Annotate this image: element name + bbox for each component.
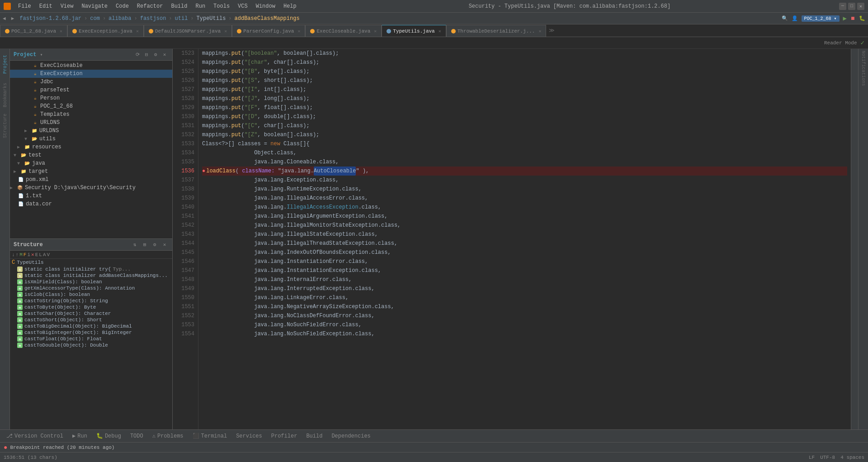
tab-debug[interactable]: 🐛 Debug xyxy=(92,430,126,442)
code-line-1523[interactable]: mappings.put("[boolean", boolean[].class… xyxy=(202,49,847,58)
code-line-1548[interactable]: java.lang.InternalError.class, xyxy=(202,275,847,284)
breadcrumb-method[interactable]: addBaseClassMappings xyxy=(235,15,300,22)
status-lf[interactable]: LF xyxy=(809,455,815,460)
tab-close-poc[interactable]: ✕ xyxy=(60,29,62,34)
code-line-1536[interactable]: ● loadClass( className: "java.lang.AutoC… xyxy=(202,167,847,176)
struct-item-isxml[interactable]: m isXmlField(Class): boolean xyxy=(10,279,172,285)
side-project-icon[interactable]: Project xyxy=(1,51,9,78)
struct-item-getxml[interactable]: m getXmlAccessorType(Class): Annotation xyxy=(10,285,172,291)
status-encoding[interactable]: UTF-8 xyxy=(820,455,835,460)
menu-code[interactable]: Code xyxy=(112,2,132,10)
side-bookmark-icon[interactable]: Bookmarks xyxy=(1,81,9,109)
tree-item-resources[interactable]: ▶ 📁 resources xyxy=(10,143,172,151)
tree-item-test[interactable]: ▼ 📂 test xyxy=(10,151,172,159)
code-line-1540[interactable]: java.lang.IllegalAccessException.class, xyxy=(202,203,847,212)
struct-item-castchar[interactable]: m castToChar(Object): Character xyxy=(10,310,172,317)
code-line-1546[interactable]: java.lang.InstantiationError.class, xyxy=(202,257,847,266)
tab-defaultjson[interactable]: DefaultJSONParser.java ✕ xyxy=(144,25,232,37)
tab-throwable[interactable]: ThrowableDeserializer.j... ✕ xyxy=(446,25,547,37)
code-line-1527[interactable]: mappings.put("[I", int[].class); xyxy=(202,85,847,94)
menu-build[interactable]: Build xyxy=(167,2,191,10)
reader-mode-check[interactable]: ✓ xyxy=(861,39,864,47)
code-line-1542[interactable]: java.lang.IllegalMonitorStateException.c… xyxy=(202,221,847,230)
struct-item-isclob[interactable]: m isClob(Class): boolean xyxy=(10,291,172,298)
close-panel-btn[interactable]: ✕ xyxy=(160,51,169,59)
menu-run[interactable]: Run xyxy=(192,2,209,10)
stop-icon[interactable]: ⏹ xyxy=(850,15,855,21)
struct-item-castbigint[interactable]: m castToBigInteger(Object): BigInteger xyxy=(10,329,172,336)
sync-btn[interactable]: ⟳ xyxy=(133,51,142,59)
tab-terminal[interactable]: ⬛ Terminal xyxy=(188,430,232,442)
tree-item-urldns[interactable]: ☕ URLDNS xyxy=(10,119,172,127)
code-line-1526[interactable]: mappings.put("[S", short[].class); xyxy=(202,76,847,85)
tree-item-person[interactable]: ☕ Person xyxy=(10,94,172,102)
breadcrumb-com[interactable]: com xyxy=(90,15,100,22)
breadcrumb-jar[interactable]: fastjson-1.2.68.jar xyxy=(19,15,81,22)
struct-item-init1[interactable]: s static class initializer try{ Typ... xyxy=(10,266,172,272)
code-line-1529[interactable]: mappings.put("[F", float[].class); xyxy=(202,103,847,112)
project-dropdown[interactable]: ▾ xyxy=(40,52,42,57)
code-line-1537[interactable]: java.lang.Exception.class, xyxy=(202,176,847,185)
run-icon[interactable]: ▶ xyxy=(843,14,847,22)
code-content[interactable]: mappings.put("[boolean", boolean[].class… xyxy=(198,49,851,429)
tab-close-defaultjson[interactable]: ✕ xyxy=(224,29,227,34)
tab-profiler[interactable]: Profiler xyxy=(267,430,302,442)
tab-typeutils[interactable]: TypeUtils.java ✕ xyxy=(382,25,446,37)
struct-icon-v[interactable]: V xyxy=(47,252,50,257)
struct-icon-2[interactable]: ↑ xyxy=(16,252,19,257)
struct-item-castbigdec[interactable]: m castToBigDecimal(Object): BigDecimal xyxy=(10,323,172,329)
tab-execexception[interactable]: ExecException.java ✕ xyxy=(67,25,144,37)
maximize-button[interactable]: □ xyxy=(848,3,855,10)
code-line-1552[interactable]: java.lang.NoClassDefFoundError.class, xyxy=(202,311,847,320)
menu-tools[interactable]: Tools xyxy=(210,2,233,10)
tab-build[interactable]: Build xyxy=(302,430,327,442)
struct-item-init2[interactable]: s static class initializer addBaseClassM… xyxy=(10,272,172,279)
breadcrumb-typeutils[interactable]: TypeUtils xyxy=(197,15,226,22)
code-line-1549[interactable]: java.lang.InterruptedException.class, xyxy=(202,284,847,293)
tree-item-target[interactable]: ▶ 📁 target xyxy=(10,167,172,176)
code-line-1531[interactable]: mappings.put("[C", char[].class); xyxy=(202,121,847,130)
tab-execcloseable[interactable]: ExecCloseable.java ✕ xyxy=(305,25,382,37)
toolbar-search-icon[interactable]: 🔍 xyxy=(782,15,788,21)
struct-icon-a[interactable]: A xyxy=(43,252,46,257)
tab-close-parserconfig[interactable]: ✕ xyxy=(297,29,300,34)
menu-help[interactable]: Help xyxy=(280,2,300,10)
tree-item-urldns-folder[interactable]: ▶ 📁 URLDNS xyxy=(10,127,172,135)
menu-vcs[interactable]: VCS xyxy=(234,2,251,10)
code-line-1544[interactable]: java.lang.IllegalThreadStateException.cl… xyxy=(202,239,847,248)
code-line-1541[interactable]: java.lang.IllegalArgumentException.class… xyxy=(202,212,847,221)
struct-item-castbyte[interactable]: m castToByte(Object): Byte xyxy=(10,304,172,310)
struct-icon-1[interactable]: ↓ xyxy=(12,252,15,257)
nav-back[interactable]: ◀ xyxy=(3,15,6,21)
tree-item-execcloseable[interactable]: ☕ ExecCloseable xyxy=(10,62,172,70)
nav-forward[interactable]: ▶ xyxy=(11,15,14,21)
code-line-1554[interactable]: java.lang.NoSuchFieldException.class, xyxy=(202,329,847,338)
status-indent[interactable]: 4 spaces xyxy=(840,455,864,460)
collapse-btn[interactable]: ⊟ xyxy=(142,51,151,59)
tree-item-security[interactable]: ▶ 📦 Security D:\java\Security\Security xyxy=(10,184,172,192)
breadcrumb-fastjson[interactable]: fastjson xyxy=(140,15,166,22)
tab-version-control[interactable]: ⎇ Version Control xyxy=(2,430,68,442)
menu-refactor[interactable]: Refactor xyxy=(133,2,167,10)
code-line-1550[interactable]: java.lang.LinkageError.class, xyxy=(202,293,847,302)
struct-close-btn[interactable]: ✕ xyxy=(160,241,169,249)
struct-item-castdouble[interactable]: m castToDouble(Object): Double xyxy=(10,342,172,348)
status-position[interactable]: 1536:51 (13 chars) xyxy=(4,455,57,460)
menu-file[interactable]: File xyxy=(14,2,35,10)
code-line-1543[interactable]: java.lang.IllegalStateException.class, xyxy=(202,230,847,239)
tree-item-pom[interactable]: 📄 pom.xml xyxy=(10,176,172,184)
struct-icon-m[interactable]: M xyxy=(19,252,23,257)
struct-expand-btn[interactable]: ⊞ xyxy=(141,241,149,249)
code-line-1538[interactable]: java.lang.RuntimeException.class, xyxy=(202,185,847,194)
tab-todo[interactable]: TODO xyxy=(126,430,148,442)
debug-icon[interactable]: 🐛 xyxy=(859,15,865,21)
code-line-1547[interactable]: java.lang.InstantiationException.class, xyxy=(202,266,847,275)
tree-item-parsetest[interactable]: ☕ parseTest xyxy=(10,86,172,94)
branch-indicator[interactable]: POC_1_2_68 ▾ xyxy=(802,15,840,22)
struct-settings-btn[interactable]: ⚙ xyxy=(151,241,159,249)
code-line-1532[interactable]: mappings.put("[Z", boolean[].class); xyxy=(202,130,847,139)
struct-icon-l[interactable]: L xyxy=(39,252,42,257)
code-line-1530[interactable]: mappings.put("[D", double[].class); xyxy=(202,112,847,121)
code-line-1545[interactable]: java.lang.IndexOutOfBoundsException.clas… xyxy=(202,248,847,257)
code-line-1534[interactable]: Object.class, xyxy=(202,148,847,157)
